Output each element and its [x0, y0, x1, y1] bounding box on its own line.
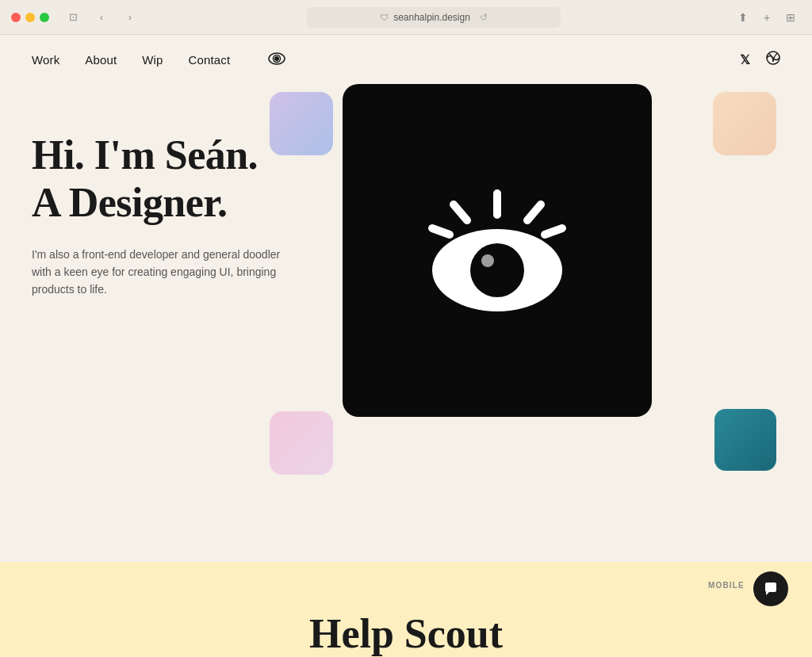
maximize-button[interactable]: [40, 13, 49, 22]
nav-link-work[interactable]: Work: [32, 53, 59, 67]
main-content-area: Hi. I'm Seán. A Designer. I'm also a fro…: [0, 84, 812, 562]
nav-link-wip[interactable]: Wip: [142, 53, 163, 67]
url-text: seanhalpin.design: [393, 12, 470, 23]
dribbble-icon[interactable]: [766, 51, 780, 68]
minimize-button[interactable]: [25, 13, 35, 22]
refresh-icon: ↺: [480, 12, 488, 23]
section-label: MOBILE: [708, 581, 745, 590]
nav-link-contact[interactable]: Contact: [189, 53, 231, 67]
sidebar-toggle-button[interactable]: ⊡: [62, 8, 84, 27]
website-content: Work About Wip Contact 𝕏: [0, 35, 812, 657]
forward-button[interactable]: ›: [119, 8, 141, 27]
svg-line-6: [454, 204, 467, 220]
site-navigation: Work About Wip Contact 𝕏: [0, 35, 812, 84]
twitter-icon[interactable]: 𝕏: [740, 52, 750, 67]
svg-line-9: [545, 228, 562, 235]
svg-point-11: [470, 243, 524, 297]
browser-window: ⊡ ‹ › 🛡 seanhalpin.design ↺ ⬆ + ⊞ Work A…: [0, 0, 812, 657]
svg-point-3: [274, 56, 279, 61]
hero-subtext: I'm also a front-end developer and gener…: [32, 246, 301, 299]
deco-teal-square: [714, 409, 776, 471]
nav-links: Work About Wip Contact: [32, 51, 285, 69]
nav-right-icons: 𝕏: [740, 51, 780, 68]
chat-button[interactable]: [753, 571, 788, 606]
nav-link-about[interactable]: About: [85, 53, 117, 67]
hero-heading: Hi. I'm Seán. A Designer.: [32, 132, 301, 227]
browser-toolbar: ⊡ ‹ › 🛡 seanhalpin.design ↺ ⬆ + ⊞: [0, 0, 812, 35]
svg-line-7: [527, 204, 541, 220]
close-button[interactable]: [11, 13, 21, 22]
eye-illustration-card: [343, 84, 652, 417]
browser-action-buttons: ⬆ + ⊞: [733, 7, 801, 28]
hero-text-block: Hi. I'm Seán. A Designer. I'm also a fro…: [32, 132, 301, 299]
svg-line-8: [432, 228, 450, 235]
new-tab-button[interactable]: +: [756, 7, 777, 28]
project-heading: Help Scout: [309, 610, 503, 657]
security-icon: 🛡: [380, 13, 389, 22]
share-button[interactable]: ⬆: [733, 7, 753, 28]
traffic-lights: [11, 13, 49, 22]
deco-pink-square: [270, 411, 333, 475]
bottom-section: MOBILE Help Scout: [0, 562, 812, 657]
address-bar-area: 🛡 seanhalpin.design ↺: [147, 7, 720, 28]
address-bar[interactable]: 🛡 seanhalpin.design ↺: [307, 7, 561, 28]
back-button[interactable]: ‹: [90, 8, 113, 27]
extensions-button[interactable]: ⊞: [780, 7, 801, 28]
eye-icon[interactable]: [268, 51, 285, 69]
deco-peach-square: [713, 92, 776, 155]
svg-point-12: [481, 254, 494, 267]
